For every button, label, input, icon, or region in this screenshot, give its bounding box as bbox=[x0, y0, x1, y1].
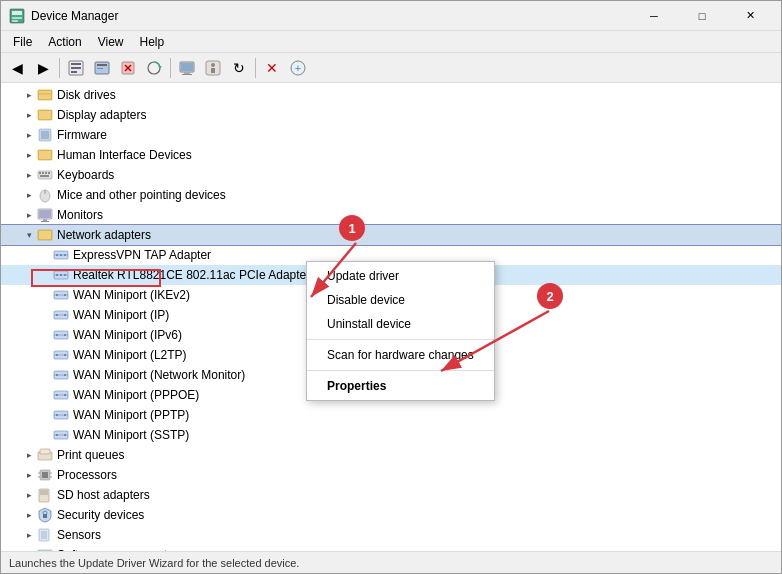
window-controls: ─ □ ✕ bbox=[631, 1, 773, 31]
svg-rect-18 bbox=[184, 72, 190, 74]
expand-wan-l2tp bbox=[37, 347, 53, 363]
keyboards-icon bbox=[37, 167, 53, 183]
scan-hardware-button[interactable] bbox=[142, 56, 166, 80]
title-bar: Device Manager ─ □ ✕ bbox=[1, 1, 781, 31]
svg-point-73 bbox=[64, 354, 66, 356]
expand-disk-drives[interactable] bbox=[21, 87, 37, 103]
svg-point-84 bbox=[56, 414, 58, 416]
svg-point-55 bbox=[56, 274, 58, 276]
hid-icon bbox=[37, 147, 53, 163]
tree-item-mice[interactable]: Mice and other pointing devices bbox=[1, 185, 781, 205]
forward-button[interactable]: ▶ bbox=[31, 56, 55, 80]
expand-display-adapters[interactable] bbox=[21, 107, 37, 123]
toolbar: ◀ ▶ bbox=[1, 53, 781, 83]
expand-wan-pptp bbox=[37, 407, 53, 423]
svg-rect-17 bbox=[181, 63, 193, 71]
ctx-disable-device[interactable]: Disable device bbox=[307, 288, 494, 312]
tree-item-disk-drives[interactable]: Disk drives bbox=[1, 85, 781, 105]
expand-monitors[interactable] bbox=[21, 207, 37, 223]
computer-icon-button[interactable] bbox=[175, 56, 199, 80]
expand-hid[interactable] bbox=[21, 147, 37, 163]
software-components-label: Software components bbox=[57, 548, 173, 551]
svg-rect-104 bbox=[38, 550, 52, 551]
status-text: Launches the Update Driver Wizard for th… bbox=[9, 557, 299, 569]
ctx-uninstall-device[interactable]: Uninstall device bbox=[307, 312, 494, 336]
tree-item-hid[interactable]: Human Interface Devices bbox=[1, 145, 781, 165]
wan-pptp-label: WAN Miniport (PPTP) bbox=[73, 408, 189, 422]
security-icon bbox=[37, 507, 53, 523]
uninstall-button[interactable] bbox=[116, 56, 140, 80]
expand-mice[interactable] bbox=[21, 187, 37, 203]
ctx-properties[interactable]: Properties bbox=[307, 374, 494, 398]
expand-keyboards[interactable] bbox=[21, 167, 37, 183]
svg-rect-31 bbox=[41, 131, 49, 139]
svg-point-56 bbox=[60, 274, 62, 276]
close-button[interactable]: ✕ bbox=[727, 1, 773, 31]
update-driver-button[interactable] bbox=[90, 56, 114, 80]
back-button[interactable]: ◀ bbox=[5, 56, 29, 80]
firmware-icon bbox=[37, 127, 53, 143]
sd-host-label: SD host adapters bbox=[57, 488, 150, 502]
tree-item-keyboards[interactable]: Keyboards bbox=[1, 165, 781, 185]
display-adapters-icon bbox=[37, 107, 53, 123]
menu-file[interactable]: File bbox=[5, 33, 40, 51]
expand-network-adapters[interactable] bbox=[21, 227, 37, 243]
svg-rect-36 bbox=[42, 172, 44, 174]
refresh-button[interactable]: ↻ bbox=[227, 56, 251, 80]
firmware-label: Firmware bbox=[57, 128, 107, 142]
tree-item-security[interactable]: Security devices bbox=[1, 505, 781, 525]
network-adapters-icon bbox=[37, 227, 53, 243]
expand-sd-host[interactable] bbox=[21, 487, 37, 503]
svg-point-76 bbox=[56, 374, 58, 376]
tree-item-sd-host[interactable]: SD host adapters bbox=[1, 485, 781, 505]
svg-point-64 bbox=[56, 314, 58, 316]
expressvpn-label: ExpressVPN TAP Adapter bbox=[73, 248, 211, 262]
tree-item-monitors[interactable]: Monitors bbox=[1, 205, 781, 225]
menu-action[interactable]: Action bbox=[40, 33, 89, 51]
expand-processors[interactable] bbox=[21, 467, 37, 483]
tree-item-sensors[interactable]: Sensors bbox=[1, 525, 781, 545]
svg-point-51 bbox=[60, 254, 62, 256]
app-icon bbox=[9, 8, 25, 24]
menu-view[interactable]: View bbox=[90, 33, 132, 51]
ctx-update-driver[interactable]: Update driver bbox=[307, 264, 494, 288]
expand-print-queues[interactable] bbox=[21, 447, 37, 463]
svg-rect-103 bbox=[41, 531, 47, 539]
tree-item-wan-sstp[interactable]: WAN Miniport (SSTP) bbox=[1, 425, 781, 445]
menu-bar: File Action View Help bbox=[1, 31, 781, 53]
svg-rect-99 bbox=[40, 490, 48, 495]
properties-toolbar-button[interactable] bbox=[201, 56, 225, 80]
svg-rect-7 bbox=[71, 71, 77, 73]
tree-item-firmware[interactable]: Firmware bbox=[1, 125, 781, 145]
minimize-button[interactable]: ─ bbox=[631, 1, 677, 31]
expand-firmware[interactable] bbox=[21, 127, 37, 143]
tree-item-display-adapters[interactable]: Display adapters bbox=[1, 105, 781, 125]
svg-rect-93 bbox=[42, 472, 48, 478]
expand-wan-ip bbox=[37, 307, 53, 323]
expressvpn-icon bbox=[53, 247, 69, 263]
ctx-separator-1 bbox=[307, 339, 494, 340]
expand-security[interactable] bbox=[21, 507, 37, 523]
wan-pppoe-label: WAN Miniport (PPPOE) bbox=[73, 388, 199, 402]
tree-item-network-adapters[interactable]: Network adapters bbox=[1, 225, 781, 245]
tree-item-processors[interactable]: Processors bbox=[1, 465, 781, 485]
tree-item-software-components[interactable]: Software components bbox=[1, 545, 781, 551]
svg-point-57 bbox=[64, 274, 66, 276]
monitors-icon bbox=[37, 207, 53, 223]
expand-sensors[interactable] bbox=[21, 527, 37, 543]
add-button[interactable]: + bbox=[286, 56, 310, 80]
menu-help[interactable]: Help bbox=[132, 33, 173, 51]
network-adapters-label: Network adapters bbox=[57, 228, 151, 242]
show-properties-button[interactable] bbox=[64, 56, 88, 80]
svg-rect-33 bbox=[39, 151, 51, 159]
tree-item-print-queues[interactable]: Print queues bbox=[1, 445, 781, 465]
svg-point-65 bbox=[64, 314, 66, 316]
remove-button[interactable]: ✕ bbox=[260, 56, 284, 80]
svg-rect-22 bbox=[211, 68, 215, 73]
svg-point-68 bbox=[56, 334, 58, 336]
expand-software-components[interactable] bbox=[21, 547, 37, 551]
sensors-label: Sensors bbox=[57, 528, 101, 542]
maximize-button[interactable]: □ bbox=[679, 1, 725, 31]
tree-item-wan-pptp[interactable]: WAN Miniport (PPTP) bbox=[1, 405, 781, 425]
ctx-scan-hardware[interactable]: Scan for hardware changes bbox=[307, 343, 494, 367]
